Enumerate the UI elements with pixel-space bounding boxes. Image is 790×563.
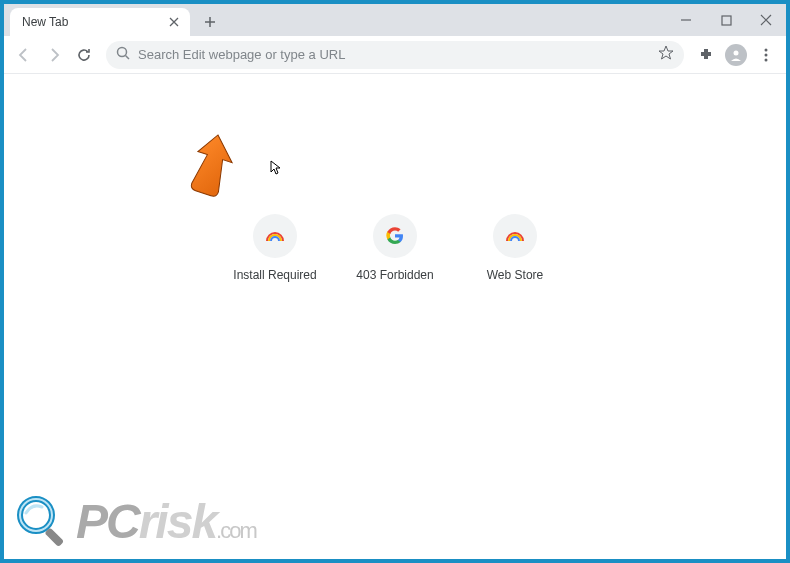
magnifying-glass-icon (14, 493, 70, 549)
svg-point-3 (765, 48, 768, 51)
arrow-annotation-icon (180, 132, 240, 204)
address-bar[interactable] (106, 41, 684, 69)
browser-tab[interactable]: New Tab (10, 8, 190, 36)
reload-button[interactable] (70, 41, 98, 69)
close-window-button[interactable] (746, 6, 786, 34)
tab-strip: New Tab (4, 4, 786, 36)
shortcut-tile[interactable]: 403 Forbidden (350, 214, 440, 282)
google-icon (373, 214, 417, 258)
window-controls (666, 4, 786, 36)
forward-button[interactable] (40, 41, 68, 69)
svg-point-7 (20, 499, 52, 531)
minimize-button[interactable] (666, 6, 706, 34)
url-input[interactable] (138, 47, 646, 62)
maximize-button[interactable] (706, 6, 746, 34)
bookmark-star-icon[interactable] (658, 45, 674, 64)
mouse-cursor-icon (270, 160, 282, 179)
browser-toolbar (4, 36, 786, 74)
search-icon (116, 46, 130, 63)
watermark-text: PCrisk.com (76, 494, 256, 549)
shortcut-label: Install Required (233, 268, 316, 282)
new-tab-button[interactable] (196, 8, 224, 36)
menu-button[interactable] (752, 41, 780, 69)
svg-point-5 (765, 58, 768, 61)
tab-title: New Tab (22, 15, 68, 29)
profile-button[interactable] (722, 41, 750, 69)
svg-point-4 (765, 53, 768, 56)
svg-rect-0 (722, 16, 731, 25)
shortcut-label: 403 Forbidden (356, 268, 433, 282)
svg-rect-8 (44, 527, 64, 547)
watermark: PCrisk.com (14, 493, 256, 549)
new-tab-page: Install Required 403 Forbidden (4, 74, 786, 559)
shortcut-tile[interactable]: Install Required (230, 214, 320, 282)
extensions-button[interactable] (692, 41, 720, 69)
svg-point-2 (734, 50, 739, 55)
svg-point-6 (20, 499, 52, 531)
shortcut-label: Web Store (487, 268, 543, 282)
rainbow-icon (253, 214, 297, 258)
shortcut-tile[interactable]: Web Store (470, 214, 560, 282)
close-tab-icon[interactable] (166, 14, 182, 30)
back-button[interactable] (10, 41, 38, 69)
shortcuts-row: Install Required 403 Forbidden (230, 214, 560, 282)
svg-point-1 (118, 48, 127, 57)
rainbow-icon (493, 214, 537, 258)
